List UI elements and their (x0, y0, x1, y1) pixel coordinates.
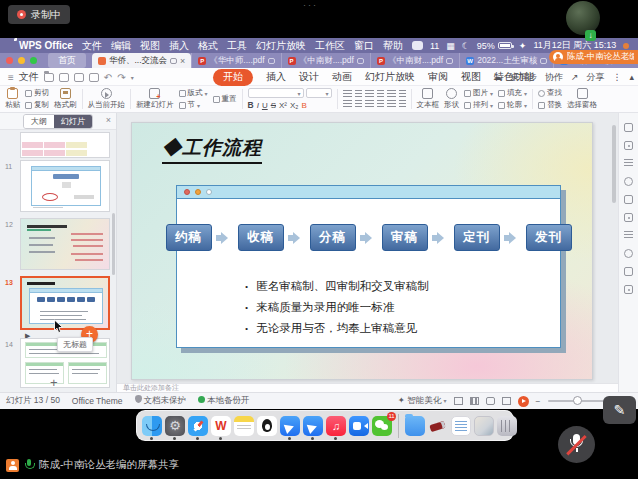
notes-bar[interactable]: 单击此处添加备注 (117, 383, 618, 392)
properties-icon[interactable] (624, 123, 633, 132)
backup-pane-icon[interactable] (624, 285, 633, 294)
menu-app-name[interactable]: WPS Office (19, 40, 73, 51)
reading-view-icon[interactable] (486, 397, 495, 405)
replace-button[interactable]: 替换 (538, 100, 562, 110)
textbox-button[interactable]: 文本框 (417, 88, 440, 110)
ribbon-tab-review[interactable]: 审阅 (428, 70, 448, 84)
screen-mirroring-icon[interactable]: ✦ (519, 41, 527, 51)
slide-thumbnail-10[interactable] (20, 132, 110, 158)
dock-usb-drive-icon[interactable] (428, 416, 448, 436)
font-color-button[interactable]: B (301, 101, 306, 110)
italic-button[interactable]: I (257, 101, 259, 110)
format-painter-button[interactable]: 格式刷 (54, 88, 77, 110)
shape-button[interactable]: 形状 (444, 88, 459, 110)
template-icon[interactable] (624, 267, 633, 276)
doc-tab-active[interactable]: 华侨、...交流会 × (92, 53, 191, 68)
dock-finder-icon[interactable] (142, 416, 162, 436)
dock-wechat-icon[interactable]: 11 (372, 416, 392, 436)
fill-button[interactable]: 填充▾ (498, 88, 527, 98)
layout-button[interactable]: 版式▾ (179, 88, 208, 98)
save-icon[interactable] (59, 73, 69, 82)
quick-access-caret-icon[interactable]: ▾ (131, 74, 134, 81)
preview-icon[interactable] (89, 73, 99, 82)
dock-folder-icon[interactable] (405, 416, 425, 436)
ribbon-tab-slideshow[interactable]: 幻灯片放映 (365, 70, 415, 84)
window-zoom-button[interactable] (30, 57, 37, 64)
ribbon-tab-insert[interactable]: 插入 (266, 70, 286, 84)
align-center-icon[interactable] (355, 100, 362, 108)
doc-tab-pdf-2[interactable]: P 《中南财....pdf (281, 53, 370, 68)
menu-item-file[interactable]: 文件 (82, 39, 102, 53)
moon-icon[interactable]: ☾ (462, 41, 470, 51)
file-menu-icon[interactable]: ≡ (8, 72, 14, 83)
collapse-ribbon-icon[interactable]: ▴ (629, 72, 634, 82)
print-icon[interactable] (74, 73, 84, 82)
menu-item-window[interactable]: 窗口 (354, 39, 374, 53)
presenter-notification-pill[interactable]: 陈成-中南论丛老编... (549, 50, 638, 64)
share-button[interactable]: 分享 (586, 71, 604, 84)
doc-tab-word-1[interactable]: W 2022...土生审核 (459, 53, 553, 68)
reset-button[interactable]: 重置 (213, 94, 237, 104)
backup-status[interactable]: 本地备份开 (198, 395, 250, 407)
menu-item-help[interactable]: 帮助 (383, 39, 403, 53)
animation-pane-icon[interactable] (624, 141, 633, 150)
slide-thumbnail-11[interactable] (20, 160, 110, 212)
handout-view-icon[interactable] (502, 397, 511, 405)
doc-tab-pdf-3[interactable]: P 《中南财....pdf (370, 53, 459, 68)
dock-tencent-meeting-icon[interactable] (349, 416, 369, 436)
slideshow-play-button[interactable] (518, 396, 529, 407)
wechat-icon[interactable] (412, 41, 423, 50)
sidebar-scrollbar[interactable] (112, 213, 115, 275)
redo-icon[interactable]: ↷ (117, 72, 125, 83)
dock-music-icon[interactable]: ♫ (326, 416, 346, 436)
transition-icon[interactable] (624, 231, 633, 240)
menu-item-workspace[interactable]: 工作区 (315, 39, 345, 53)
home-tab[interactable]: 首页 (48, 53, 86, 68)
font-name-combo[interactable]: ▾ (248, 88, 304, 98)
window-close-button[interactable] (6, 57, 13, 64)
dock-settings-icon[interactable]: ⚙ (165, 416, 185, 436)
play-from-current-button[interactable]: 从当前开始 (88, 88, 126, 110)
menu-item-insert[interactable]: 插入 (169, 39, 189, 53)
align-right-icon[interactable] (365, 100, 374, 108)
subscript-button[interactable]: X₂ (290, 101, 298, 110)
dock-notes-icon[interactable] (234, 416, 254, 436)
color-scheme-icon[interactable] (624, 177, 633, 186)
theme-name[interactable]: Office Theme (72, 396, 123, 406)
dock-screenshot-icon[interactable] (474, 416, 494, 436)
zoom-knob[interactable] (573, 396, 582, 405)
close-tab-icon[interactable]: × (180, 56, 185, 66)
menu-item-tools[interactable]: 工具 (227, 39, 247, 53)
slide-thumbnail-13[interactable] (20, 276, 110, 330)
bullet-list-icon[interactable] (343, 90, 352, 98)
underline-button[interactable]: U (262, 101, 268, 110)
superscript-button[interactable]: X² (279, 101, 287, 110)
history-icon[interactable] (624, 249, 633, 258)
comment-icon[interactable] (540, 58, 547, 64)
new-slide-plus-button[interactable]: + (50, 375, 58, 390)
normal-view-icon[interactable] (454, 397, 463, 405)
microphone-muted-button[interactable] (558, 426, 595, 463)
slide-window-graphic[interactable]: 约稿 收稿 分稿 审稿 定刊 发刊 •匿名审稿制、四审制和交叉审稿制 •来稿质量… (176, 185, 561, 348)
slides-tab[interactable]: 幻灯片 (54, 115, 92, 128)
dock-documents-icon[interactable] (451, 416, 471, 436)
line-spacing-icon[interactable] (387, 90, 396, 98)
section-button[interactable]: 节▾ (179, 100, 208, 110)
current-slide[interactable]: ◆工作流程 约稿 收稿 分稿 审稿 定刊 (131, 122, 593, 380)
text-direction-icon[interactable] (399, 90, 406, 98)
ribbon-tab-home[interactable]: 开始 (213, 69, 253, 86)
selection-pane-button[interactable]: 选择窗格 (567, 88, 597, 110)
slide-sorter-icon[interactable] (470, 397, 479, 405)
copy-button[interactable]: 复制 (25, 100, 49, 110)
columns-icon[interactable] (387, 100, 396, 108)
numbered-list-icon[interactable] (355, 90, 362, 98)
ribbon-tab-view[interactable]: 视图 (461, 70, 481, 84)
sync-status[interactable]: 未同步 (510, 71, 537, 84)
font-size-combo[interactable]: ▾ (306, 88, 332, 98)
image-button[interactable]: 图片▾ (464, 88, 493, 98)
dock-trash-icon[interactable] (497, 416, 517, 436)
undo-icon[interactable]: ↶ (104, 72, 112, 83)
outline-pane-icon[interactable] (624, 159, 633, 168)
outline-tab[interactable]: 大纲 (24, 115, 54, 128)
comment-icon[interactable] (357, 58, 364, 64)
